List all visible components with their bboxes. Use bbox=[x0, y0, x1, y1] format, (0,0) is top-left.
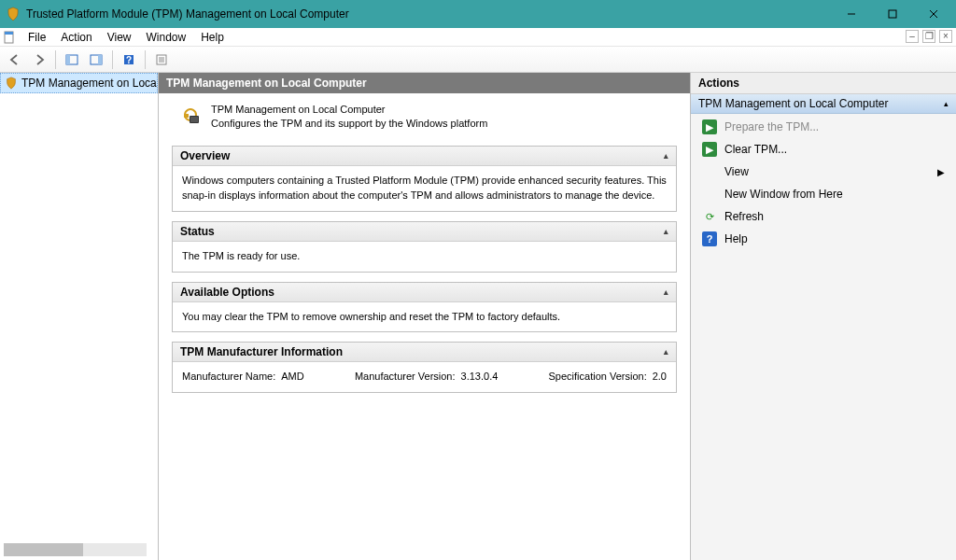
mdi-restore[interactable]: ❐ bbox=[922, 30, 935, 43]
action-label: Help bbox=[724, 232, 748, 245]
menu-view[interactable]: View bbox=[100, 29, 139, 46]
action-help[interactable]: ? Help bbox=[691, 228, 956, 250]
blank-icon bbox=[702, 187, 717, 202]
close-button[interactable] bbox=[913, 0, 954, 28]
arrow-right-icon: ▶ bbox=[702, 119, 717, 134]
content-body: TPM Management on Local Computer Configu… bbox=[159, 93, 690, 560]
action-label: Refresh bbox=[724, 210, 764, 223]
mfg-body: Manufacturer Name: AMD Manufacturer Vers… bbox=[173, 362, 676, 392]
spec-ver-value: 2.0 bbox=[653, 370, 667, 385]
chevron-up-icon: ▴ bbox=[944, 99, 949, 108]
svg-rect-9 bbox=[98, 55, 102, 64]
desc-title: TPM Management on Local Computer bbox=[211, 103, 487, 117]
tree-pane: TPM Management on Local Comp bbox=[0, 73, 159, 560]
section-options: Available Options ▴ You may clear the TP… bbox=[172, 282, 677, 333]
action-clear-tpm[interactable]: ▶ Clear TPM... bbox=[691, 138, 956, 161]
toolbar: ? bbox=[0, 47, 956, 73]
properties-button[interactable] bbox=[150, 49, 173, 71]
window-title: Trusted Platform Module (TPM) Management… bbox=[26, 7, 831, 21]
document-icon bbox=[2, 30, 17, 45]
action-label: View bbox=[724, 165, 749, 178]
section-overview: Overview ▴ Windows computers containing … bbox=[172, 146, 677, 212]
maximize-button[interactable] bbox=[872, 0, 913, 28]
spec-ver-label: Specification Version: bbox=[549, 370, 647, 385]
menubar: File Action View Window Help – ❐ × bbox=[0, 28, 956, 47]
action-label: New Window from Here bbox=[724, 188, 843, 201]
action-refresh[interactable]: ⟳ Refresh bbox=[691, 205, 956, 228]
mfg-name-label: Manufacturer Name: bbox=[182, 370, 275, 385]
tree-item-label: TPM Management on Local Comp bbox=[21, 77, 158, 90]
action-label: Prepare the TPM... bbox=[724, 120, 819, 133]
mdi-close[interactable]: × bbox=[939, 30, 952, 43]
options-body: You may clear the TPM to remove ownershi… bbox=[173, 302, 676, 332]
tpm-chip-icon bbox=[176, 103, 202, 131]
section-mfg-header[interactable]: TPM Manufacturer Information ▴ bbox=[173, 343, 676, 362]
toolbar-separator bbox=[55, 50, 56, 69]
mfg-name-value: AMD bbox=[281, 370, 303, 385]
actions-list: ▶ Prepare the TPM... ▶ Clear TPM... View… bbox=[691, 114, 956, 252]
app-icon bbox=[6, 7, 21, 21]
actions-subtitle: TPM Management on Local Computer bbox=[698, 97, 888, 110]
minimize-button[interactable] bbox=[831, 0, 872, 28]
main: TPM Management on Local Comp TPM Managem… bbox=[0, 73, 956, 560]
section-status: Status ▴ The TPM is ready for use. bbox=[172, 221, 677, 273]
menu-help[interactable]: Help bbox=[193, 29, 232, 46]
overview-title: Overview bbox=[180, 149, 230, 162]
overview-body: Windows computers containing a Trusted P… bbox=[173, 166, 676, 211]
mdi-minimize[interactable]: – bbox=[906, 30, 919, 43]
desc-subtitle: Configures the TPM and its support by th… bbox=[211, 117, 487, 131]
help-button[interactable]: ? bbox=[118, 49, 140, 71]
action-label: Clear TPM... bbox=[724, 143, 787, 156]
shield-icon bbox=[5, 77, 18, 90]
menu-action[interactable]: Action bbox=[53, 29, 99, 46]
section-status-header[interactable]: Status ▴ bbox=[173, 222, 676, 242]
chevron-right-icon: ▶ bbox=[937, 167, 945, 177]
status-body: The TPM is ready for use. bbox=[173, 242, 676, 272]
content-header: TPM Management on Local Computer bbox=[159, 73, 690, 93]
back-button[interactable] bbox=[4, 49, 26, 71]
tree-item-tpm[interactable]: TPM Management on Local Comp bbox=[0, 73, 158, 93]
section-overview-header[interactable]: Overview ▴ bbox=[173, 147, 676, 166]
chevron-up-icon: ▴ bbox=[664, 227, 668, 236]
section-manufacturer: TPM Manufacturer Information ▴ Manufactu… bbox=[172, 342, 677, 393]
menu-file[interactable]: File bbox=[21, 29, 53, 46]
description-row: TPM Management on Local Computer Configu… bbox=[172, 99, 677, 140]
help-icon: ? bbox=[702, 231, 717, 246]
refresh-icon: ⟳ bbox=[702, 209, 717, 224]
show-hide-action-button[interactable] bbox=[85, 49, 107, 71]
toolbar-separator-3 bbox=[145, 50, 146, 69]
svg-rect-1 bbox=[889, 10, 896, 18]
horizontal-scrollbar[interactable] bbox=[4, 543, 147, 556]
arrow-right-icon: ▶ bbox=[702, 142, 717, 157]
blank-icon bbox=[702, 164, 717, 179]
description-text: TPM Management on Local Computer Configu… bbox=[211, 103, 487, 131]
svg-rect-5 bbox=[5, 32, 13, 35]
menu-window[interactable]: Window bbox=[139, 29, 194, 46]
mdi-controls: – ❐ × bbox=[906, 30, 952, 43]
chevron-up-icon: ▴ bbox=[664, 287, 668, 297]
mfg-ver-value: 3.13.0.4 bbox=[461, 370, 499, 385]
svg-rect-7 bbox=[66, 55, 70, 64]
content-pane: TPM Management on Local Computer TPM Man… bbox=[159, 73, 691, 560]
forward-button[interactable] bbox=[28, 49, 50, 71]
chevron-up-icon: ▴ bbox=[664, 151, 668, 161]
section-options-header[interactable]: Available Options ▴ bbox=[173, 283, 676, 302]
action-new-window[interactable]: New Window from Here bbox=[691, 183, 956, 205]
options-title: Available Options bbox=[180, 286, 274, 299]
scrollbar-thumb[interactable] bbox=[4, 543, 83, 556]
status-title: Status bbox=[180, 225, 215, 238]
show-hide-tree-button[interactable] bbox=[61, 49, 83, 71]
action-prepare-tpm[interactable]: ▶ Prepare the TPM... bbox=[691, 116, 956, 138]
mfg-title: TPM Manufacturer Information bbox=[180, 345, 343, 358]
actions-title: Actions bbox=[691, 73, 956, 94]
mfg-ver-label: Manufacturer Version: bbox=[355, 370, 456, 385]
action-view[interactable]: View ▶ bbox=[691, 161, 956, 183]
toolbar-separator-2 bbox=[112, 50, 113, 69]
svg-text:?: ? bbox=[126, 55, 132, 65]
actions-pane: Actions TPM Management on Local Computer… bbox=[691, 73, 956, 560]
chevron-up-icon: ▴ bbox=[664, 347, 668, 357]
actions-subheader[interactable]: TPM Management on Local Computer ▴ bbox=[691, 94, 956, 114]
titlebar: Trusted Platform Module (TPM) Management… bbox=[0, 0, 956, 28]
svg-rect-17 bbox=[190, 117, 198, 122]
